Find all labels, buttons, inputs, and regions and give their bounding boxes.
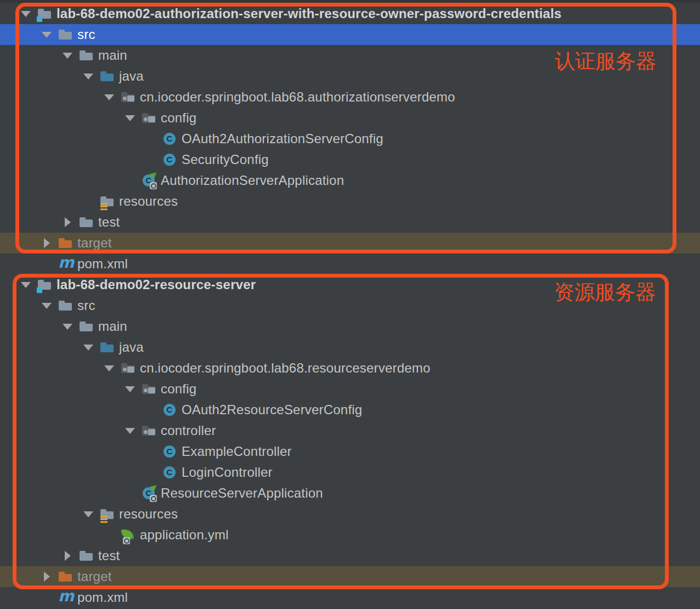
java-class-icon: C [162, 153, 177, 167]
chevron-collapsed-icon[interactable] [61, 545, 74, 566]
tree-row-label: config [161, 110, 196, 126]
tree-row-oauth2authorizationserverconfig[interactable]: COAuth2AuthorizationServerConfig [0, 128, 700, 149]
tree-row-label: OAuth2AuthorizationServerConfig [182, 131, 383, 146]
chevron-spacer [145, 149, 157, 170]
tree-row-test[interactable]: test [0, 212, 700, 233]
folder-icon [79, 549, 93, 563]
tree-row-label: src [77, 298, 95, 313]
spring-boot-application-icon: C [142, 173, 156, 188]
tree-row-examplecontroller[interactable]: CExampleController [0, 441, 700, 462]
chevron-expanded-icon[interactable] [124, 379, 136, 399]
tree-row-lab-68-demo02-resource-server[interactable]: lab-68-demo02-resource-server [0, 274, 700, 295]
chevron-expanded-icon[interactable] [124, 420, 136, 441]
target-folder-icon [58, 569, 72, 584]
tree-row-label: LoginController [182, 465, 273, 480]
tree-row-label: application.yml [140, 527, 229, 543]
tree-row-securityconfig[interactable]: CSecurityConfig [0, 149, 700, 170]
tree-row-label: test [98, 215, 120, 230]
chevron-expanded-icon[interactable] [61, 45, 74, 66]
tree-row-config[interactable]: config [0, 108, 700, 128]
tree-row-resources[interactable]: resources [0, 504, 700, 525]
tree-row-label: src [77, 27, 95, 42]
chevron-expanded-icon[interactable] [61, 316, 74, 337]
maven-pom-icon: m [58, 590, 72, 605]
tree-row-label: test [98, 548, 120, 563]
tree-row-src[interactable]: src [0, 24, 700, 45]
tree-row-label: resources [119, 194, 178, 209]
tree-row-pom-xml[interactable]: mpom.xml [0, 253, 700, 274]
tree-row-controller[interactable]: controller [0, 420, 700, 441]
tree-row-label: AuthorizationServerApplication [161, 173, 344, 188]
chevron-collapsed-icon[interactable] [41, 233, 53, 253]
project-folder-icon [37, 278, 52, 292]
package-icon [142, 382, 156, 396]
tree-row-label: target [77, 569, 112, 584]
tree-row-logincontroller[interactable]: CLoginController [0, 462, 700, 483]
java-source-folder-icon [100, 69, 114, 83]
tree-row-oauth2resourceserverconfig[interactable]: COAuth2ResourceServerConfig [0, 399, 700, 420]
chevron-expanded-icon[interactable] [124, 108, 136, 128]
tree-row-label: ResourceServerApplication [161, 486, 323, 501]
tree-row-config[interactable]: config [0, 379, 700, 399]
tree-row-target[interactable]: target [0, 233, 700, 253]
java-source-folder-icon [100, 340, 114, 354]
tree-row-authorizationserverapplication[interactable]: CAuthorizationServerApplication [0, 170, 700, 191]
chevron-collapsed-icon[interactable] [41, 566, 53, 587]
tree-row-src[interactable]: src [0, 295, 700, 316]
tree-row-cn-iocoder-springboot-lab68-authorizationserverdemo[interactable]: cn.iocoder.springboot.lab68.authorizatio… [0, 87, 700, 108]
chevron-expanded-icon[interactable] [41, 295, 53, 316]
chevron-spacer [145, 399, 157, 420]
tree-row-test[interactable]: test [0, 545, 700, 566]
tree-row-label: lab-68-demo02-authorization-server-with-… [57, 6, 562, 21]
chevron-expanded-icon[interactable] [82, 504, 94, 525]
chevron-expanded-icon[interactable] [103, 358, 115, 379]
tree-row-label: target [77, 235, 112, 251]
tree-row-label: ExampleController [182, 444, 292, 459]
tree-row-label: main [98, 319, 127, 334]
resources-folder-icon [100, 507, 114, 521]
chevron-expanded-icon[interactable] [20, 3, 32, 24]
chevron-spacer [124, 170, 136, 191]
tree-row-lab-68-demo02-authorization-server-with-resource-owner-password-credentials[interactable]: lab-68-demo02-authorization-server-with-… [0, 3, 700, 24]
tree-row-label: java [119, 69, 144, 84]
tree-row-label: cn.iocoder.springboot.lab68.resourceserv… [140, 360, 431, 376]
tree-row-resourceserverapplication[interactable]: CResourceServerApplication [0, 483, 700, 504]
chevron-spacer [82, 191, 94, 212]
tree-row-pom-xml[interactable]: mpom.xml [0, 587, 700, 608]
tree-row-label: controller [161, 423, 216, 438]
chevron-collapsed-icon[interactable] [61, 212, 74, 233]
chevron-spacer [145, 128, 157, 149]
tree-row-main[interactable]: main [0, 45, 700, 66]
java-class-icon: C [162, 465, 177, 480]
chevron-expanded-icon[interactable] [20, 274, 32, 295]
chevron-expanded-icon[interactable] [103, 87, 115, 108]
tree-row-target[interactable]: target [0, 566, 700, 587]
tree-row-label: cn.iocoder.springboot.lab68.authorizatio… [140, 89, 455, 105]
project-tree-panel: lab-68-demo02-authorization-server-with-… [0, 0, 700, 609]
package-icon [121, 90, 135, 104]
project-folder-icon [37, 7, 52, 21]
java-class-icon: C [162, 403, 177, 417]
chevron-spacer [103, 525, 115, 545]
tree-row-java[interactable]: java [0, 66, 700, 87]
maven-pom-icon: m [58, 257, 72, 271]
tree-row-application-yml[interactable]: application.yml [0, 525, 700, 545]
tree-row-label: pom.xml [77, 590, 128, 605]
chevron-expanded-icon[interactable] [82, 66, 94, 87]
tree-row-label: lab-68-demo02-resource-server [57, 277, 256, 292]
tree-row-cn-iocoder-springboot-lab68-resourceserverdemo[interactable]: cn.iocoder.springboot.lab68.resourceserv… [0, 358, 700, 379]
folder-icon [79, 48, 93, 63]
chevron-expanded-icon[interactable] [82, 337, 94, 358]
chevron-expanded-icon[interactable] [41, 24, 53, 45]
tree-row-label: config [161, 381, 196, 397]
tree-row-main[interactable]: main [0, 316, 700, 337]
panel-top-edge [0, 0, 700, 3]
tree-row-resources[interactable]: resources [0, 191, 700, 212]
java-class-icon: C [162, 444, 177, 459]
chevron-spacer [41, 253, 53, 274]
resources-folder-icon [100, 194, 114, 208]
tree-row-java[interactable]: java [0, 337, 700, 358]
tree-row-label: pom.xml [77, 256, 128, 272]
folder-icon [79, 215, 93, 229]
spring-boot-application-icon: C [142, 486, 156, 500]
